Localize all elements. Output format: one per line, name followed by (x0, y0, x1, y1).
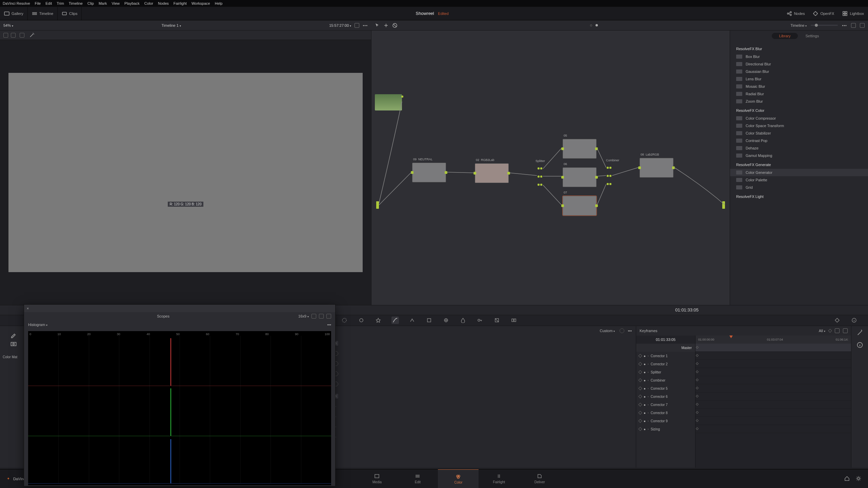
sizing-icon[interactable] (493, 317, 501, 324)
curves-options-icon[interactable]: ••• (628, 329, 632, 333)
scopes-layout-2-icon[interactable] (319, 314, 324, 319)
magic-icon[interactable] (29, 33, 35, 38)
pointer-tool-icon[interactable] (375, 23, 380, 28)
clip-dot-active[interactable] (596, 24, 598, 26)
page-fairlight[interactable]: Fairlight (479, 469, 519, 488)
expand-icon[interactable] (355, 23, 359, 28)
node-rgb2lab[interactable]: 02 RGB2Lab (475, 163, 509, 183)
kf-track-row[interactable]: ●›Corrector 2 (636, 360, 695, 368)
fx-item[interactable]: Radial Blur (730, 90, 868, 98)
menu-item[interactable]: Help (215, 1, 223, 5)
options-icon[interactable]: ••• (363, 23, 368, 27)
kf-track-row[interactable]: ●›Corrector 7 (636, 401, 695, 409)
menu-item[interactable]: View (112, 1, 120, 5)
search-icon[interactable] (851, 23, 856, 28)
kf-track-row[interactable]: ●›Splitter (636, 368, 695, 376)
kf-diamond-icon[interactable] (828, 329, 832, 332)
zoom-slider[interactable] (811, 25, 838, 26)
fx-item[interactable]: Lens Blur (730, 75, 868, 83)
page-deliver[interactable]: Deliver (519, 469, 560, 488)
scopes-panel[interactable]: × Scopes 16x9 ▾ Histogram ▾ ••• 01020304… (24, 304, 336, 486)
clips-button[interactable]: Clips (62, 11, 77, 16)
menu-item[interactable]: Fairlight (174, 1, 187, 5)
image-wipe-icon[interactable] (3, 33, 8, 38)
node-07[interactable]: 07 (563, 196, 597, 216)
menu-item[interactable]: Playback (124, 1, 140, 5)
kf-track-row[interactable]: ●›Corrector 5 (636, 384, 695, 392)
menu-item[interactable]: Nodes (158, 1, 169, 5)
fx-tab-settings[interactable]: Settings (798, 33, 826, 39)
timeline-mode[interactable]: Timeline ▾ (790, 23, 807, 27)
fx-item[interactable]: Contrast Pop (730, 137, 868, 144)
kf-track-row[interactable]: ●›Combiner (636, 376, 695, 384)
gallery-button[interactable]: Gallery (4, 11, 23, 16)
pan-tool-icon[interactable] (383, 23, 389, 28)
lightbox-button[interactable]: Lightbox (842, 11, 864, 16)
curves-reset-icon[interactable] (620, 328, 624, 333)
node-lab2rgb[interactable]: 08 Lab2RGB (640, 158, 673, 178)
curves-mode-dropdown[interactable]: Custom ▾ (600, 329, 615, 333)
timeline-selector[interactable]: Timeline 1 ▾ (161, 23, 181, 27)
viewer[interactable]: R: 120 G: 120 B: 120 (0, 40, 371, 305)
home-icon[interactable] (844, 476, 850, 482)
reference-tool-icon[interactable] (10, 340, 17, 346)
split-icon[interactable] (11, 33, 16, 38)
tracker-icon[interactable] (442, 317, 450, 324)
playhead-icon[interactable] (729, 336, 733, 338)
scopes-options-icon[interactable]: ••• (327, 323, 331, 327)
magic-mask-icon[interactable] (856, 329, 863, 336)
fx-item[interactable]: Color Generator (730, 169, 868, 176)
kf-track-row[interactable]: ●›Corrector 1 (636, 352, 695, 360)
keyframe-lanes[interactable]: 01:00:00:0001:03:07:0401:06:14: (695, 336, 851, 468)
source-thumbnail[interactable] (375, 94, 402, 110)
clip-dot[interactable] (590, 24, 592, 26)
fx-list[interactable]: ResolveFX Blur Box Blur Directional Blur… (730, 41, 868, 305)
disable-tool-icon[interactable] (392, 23, 398, 28)
combiner-node[interactable]: Combiner (607, 165, 611, 187)
fx-options-icon[interactable] (860, 23, 865, 28)
curves-icon[interactable] (391, 317, 399, 324)
scopes-layout-1-icon[interactable] (311, 314, 316, 319)
motion-effects-icon[interactable] (375, 317, 382, 324)
viewer-timecode[interactable]: 15:57:27:00 ▾ (329, 23, 351, 27)
menu-item[interactable]: File (35, 1, 41, 5)
fx-item[interactable]: Dehaze (730, 144, 868, 152)
blur-icon[interactable] (459, 317, 467, 324)
highlight-icon[interactable] (20, 33, 24, 38)
qualifier-icon[interactable] (408, 317, 416, 324)
menu-item[interactable]: Clip (87, 1, 94, 5)
keyframes-filter[interactable]: All ▾ (819, 329, 825, 333)
key-icon[interactable] (476, 317, 484, 324)
timeline-button[interactable]: Timeline (32, 11, 53, 16)
fx-item[interactable]: Zoom Blur (730, 98, 868, 105)
scopes-mode-dropdown[interactable]: Histogram ▾ (28, 323, 47, 327)
node-graph[interactable]: 09 NEUTRAL 02 RGB2Lab 05 06 07 08 Lab2RG… (371, 30, 730, 305)
page-edit[interactable]: Edit (397, 469, 438, 488)
settings-icon[interactable] (856, 476, 861, 482)
fx-item[interactable]: Gamut Mapping (730, 152, 868, 159)
fx-item[interactable]: Color Space Transform (730, 122, 868, 129)
kf-expand-icon[interactable] (835, 328, 840, 333)
menu-item[interactable]: Color (144, 1, 153, 5)
picker-tool-icon[interactable] (10, 331, 17, 338)
scopes-close-icon[interactable]: × (24, 306, 32, 310)
node-06[interactable]: 06 (563, 167, 597, 187)
scopes-ratio[interactable]: 16x9 ▾ (298, 314, 309, 318)
kf-zoom-icon[interactable] (843, 328, 848, 333)
kf-master-row[interactable]: Master (636, 344, 695, 352)
fx-item[interactable]: Gaussian Blur (730, 68, 868, 75)
splitter-node[interactable]: Splitter (538, 166, 542, 188)
node-neutral[interactable]: 09 NEUTRAL (412, 163, 446, 182)
fx-item[interactable]: Color Compressor (730, 115, 868, 122)
kf-track-row[interactable]: ●›Corrector 9 (636, 417, 695, 425)
stereo-icon[interactable] (510, 317, 518, 324)
kf-track-row[interactable]: ●›Corrector 8 (636, 409, 695, 417)
menu-item[interactable]: Edit (45, 1, 52, 5)
rgb-mixer-icon[interactable] (358, 317, 365, 324)
fx-item[interactable]: Grid (730, 184, 868, 191)
page-color[interactable]: Color (438, 469, 479, 488)
info-icon[interactable] (850, 317, 858, 324)
color-wheels-icon[interactable] (341, 317, 348, 324)
nodes-button[interactable]: Nodes (787, 11, 805, 16)
fx-item[interactable]: Color Palette (730, 176, 868, 184)
